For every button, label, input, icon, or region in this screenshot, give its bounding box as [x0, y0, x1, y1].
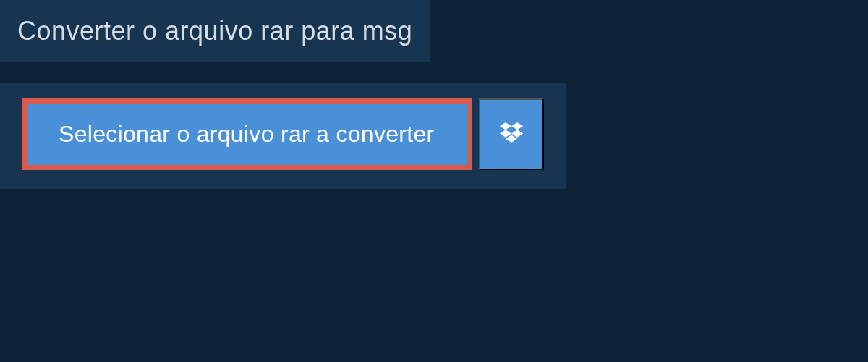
button-row: Selecionar o arquivo rar a converter	[22, 98, 544, 170]
select-file-button[interactable]: Selecionar o arquivo rar a converter	[22, 98, 472, 170]
page-title: Converter o arquivo rar para msg	[17, 16, 412, 46]
header-panel: Converter o arquivo rar para msg	[0, 0, 430, 62]
dropbox-button[interactable]	[479, 98, 544, 170]
dropbox-icon	[498, 121, 525, 148]
upload-panel: Selecionar o arquivo rar a converter	[0, 83, 566, 189]
